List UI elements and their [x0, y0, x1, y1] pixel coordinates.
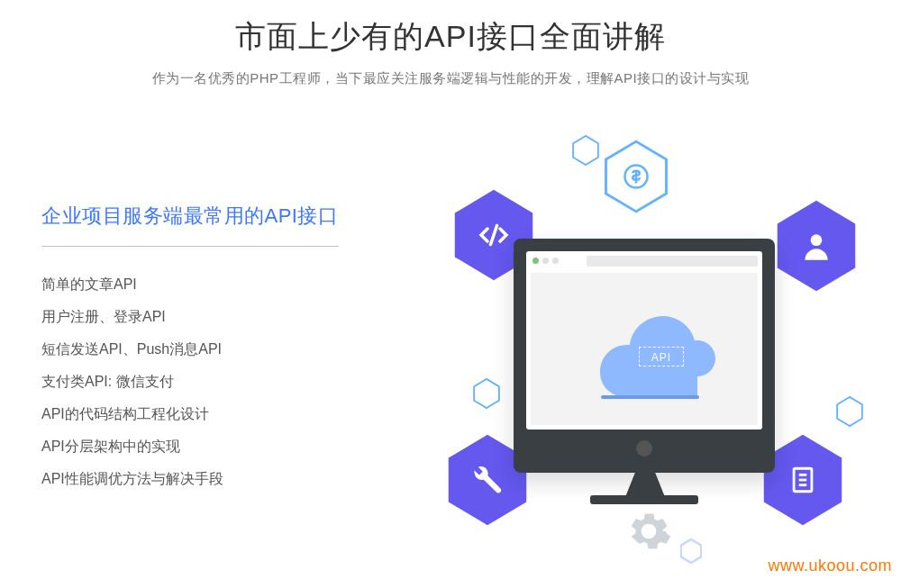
watermark: www.ukoou.com	[768, 556, 892, 575]
monitor-stand	[620, 473, 670, 498]
hex-small-icon	[572, 135, 599, 166]
list-item: 支付类API: 微信支付	[41, 366, 357, 398]
hex-small-icon	[473, 378, 500, 409]
svg-marker-16	[681, 539, 702, 563]
page-subtitle: 作为一名优秀的PHP工程师，当下最应关注服务端逻辑与性能的开发，理解API接口的…	[0, 70, 901, 87]
hex-user-icon	[775, 198, 858, 294]
svg-marker-14	[837, 397, 862, 426]
svg-marker-7	[474, 379, 499, 408]
svg-point-15	[643, 526, 655, 538]
list-item: 用户注册、登录API	[41, 301, 357, 333]
list-item: API性能调优方法与解决手段	[41, 463, 357, 495]
illustration: API	[396, 126, 883, 576]
section-title: 企业项目服务端最常用的API接口	[41, 203, 357, 230]
svg-marker-0	[573, 136, 598, 165]
api-label: API	[639, 347, 684, 366]
left-section: 企业项目服务端最常用的API接口 简单的文章API 用户注册、登录API 短信发…	[41, 203, 357, 495]
svg-line-4	[491, 226, 497, 245]
list-item: API分层架构中的实现	[41, 430, 357, 463]
hex-small-icon	[836, 396, 863, 427]
svg-point-6	[811, 234, 823, 246]
gear-icon	[626, 509, 671, 557]
hex-small-icon	[680, 538, 702, 564]
list-item: 短信发送API、Push消息API	[41, 333, 357, 366]
page-title: 市面上少有的API接口全面讲解	[0, 16, 901, 58]
list-item: API的代码结构工程化设计	[41, 398, 357, 430]
monitor-illustration: API	[514, 239, 775, 473]
hex-dollar-icon	[604, 140, 669, 213]
monitor-base	[590, 495, 698, 504]
feature-list: 简单的文章API 用户注册、登录API 短信发送API、Push消息API 支付…	[41, 268, 357, 495]
list-item: 简单的文章API	[41, 268, 357, 301]
divider	[41, 246, 339, 247]
